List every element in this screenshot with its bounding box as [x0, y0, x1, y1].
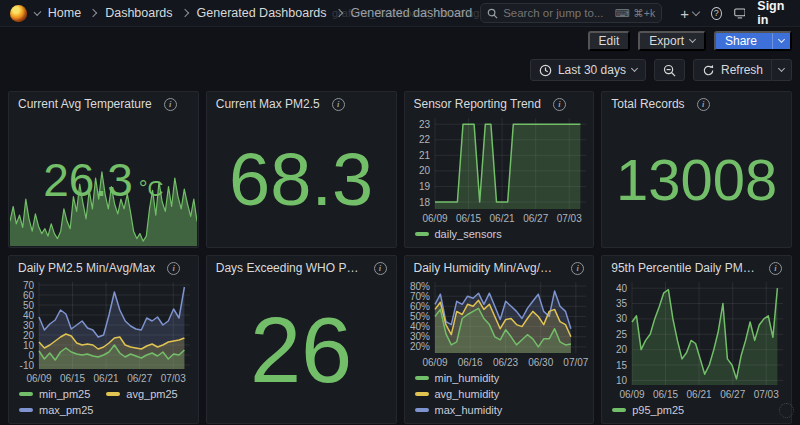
legend-swatch [19, 408, 33, 412]
keyboard-icon: ⌨ [615, 7, 630, 19]
legend-swatch [415, 392, 429, 396]
svg-text:06/15: 06/15 [653, 389, 678, 400]
zoom-out-icon [663, 64, 676, 77]
legend-item-daily_sensors[interactable]: daily_sensors [415, 227, 502, 241]
dashboard-actions-row: Edit Export Share [0, 27, 800, 55]
sign-in-button[interactable]: Sign in [757, 0, 790, 27]
panel-title[interactable]: Current Max PM2.5 [216, 97, 320, 111]
info-icon[interactable] [167, 262, 180, 275]
search-box[interactable]: ⌨ ⌘+k [480, 3, 662, 23]
grafana-logo[interactable] [10, 5, 27, 22]
panel-title[interactable]: Days Exceeding WHO PM2.5 Thr... [216, 261, 362, 275]
panel-title[interactable]: Daily PM2.5 Min/Avg/Max [18, 261, 155, 275]
panel-title[interactable]: Total Records [611, 97, 684, 111]
svg-text:06/21: 06/21 [687, 389, 712, 400]
breadcrumb-separator-icon [89, 9, 97, 17]
svg-text:23: 23 [418, 119, 430, 130]
legend-item-min_humidity[interactable]: min_humidity [415, 371, 500, 385]
panel-title[interactable]: Sensor Reporting Trend [414, 97, 541, 111]
stat-value: 26.3 [43, 157, 133, 203]
svg-text:30: 30 [616, 313, 628, 324]
plus-icon: + [680, 6, 689, 21]
svg-text:10: 10 [616, 375, 628, 386]
info-icon[interactable] [697, 98, 710, 111]
svg-text:06/27: 06/27 [720, 389, 745, 400]
legend-swatch [106, 392, 120, 396]
panel-title[interactable]: Daily Humidity Min/Avg/Max [414, 261, 560, 275]
svg-text:18: 18 [418, 197, 430, 208]
edit-button[interactable]: Edit [588, 31, 631, 51]
info-icon[interactable] [553, 98, 566, 111]
chart-legend: daily_sensors [405, 225, 594, 247]
search-input[interactable] [503, 7, 610, 19]
legend-item-min_pm25[interactable]: min_pm25 [19, 387, 90, 401]
panel-title[interactable]: Current Avg Temperature [18, 97, 152, 111]
info-icon[interactable] [374, 262, 387, 275]
share-button[interactable]: Share [714, 31, 792, 51]
svg-text:06/30: 06/30 [528, 357, 553, 368]
stat-value: 13008 [616, 151, 777, 209]
svg-text:25: 25 [616, 329, 628, 340]
breadcrumb-generated-dashboards[interactable]: Generated Dashboards [197, 6, 327, 20]
legend-item-avg_humidity[interactable]: avg_humidity [415, 387, 500, 401]
breadcrumb-dashboards[interactable]: Dashboards [105, 6, 172, 20]
svg-text:06/09: 06/09 [422, 357, 447, 368]
svg-text:20: 20 [418, 165, 430, 176]
org-switcher-chevron-icon[interactable] [34, 8, 42, 16]
legend-swatch [415, 408, 429, 412]
search-shortcut: ⌨ ⌘+k [615, 7, 655, 19]
legend-item-max_pm25[interactable]: max_pm25 [19, 403, 93, 417]
news-monitor-icon[interactable] [734, 7, 746, 20]
svg-text:20: 20 [616, 344, 628, 355]
breadcrumb: Home Dashboards Generated Dashboards Gen… [48, 6, 472, 20]
recording-indicator-icon [779, 403, 794, 418]
svg-text:15: 15 [616, 360, 628, 371]
svg-text:06/21: 06/21 [489, 213, 514, 224]
refresh-control: Refresh [693, 59, 792, 81]
panel-95th-percentile-daily-pm25: 95th Percentile Daily PM2.5 403530252015… [601, 255, 792, 424]
stat-value: 68.3 [229, 143, 373, 217]
export-button[interactable]: Export [638, 31, 706, 51]
breadcrumb-current-dashboard[interactable]: Generated dashboard [351, 6, 473, 20]
legend-swatch [415, 232, 429, 236]
svg-text:07/03: 07/03 [754, 389, 779, 400]
panel-current-max-pm25: Current Max PM2.5 68.3 [206, 91, 397, 248]
svg-text:06/27: 06/27 [127, 373, 152, 384]
time-controls-row: Last 30 days Refresh [0, 55, 800, 85]
svg-text:22: 22 [418, 134, 430, 145]
breadcrumb-separator-icon [180, 9, 188, 17]
info-icon[interactable] [769, 262, 782, 275]
time-series-chart[interactable]: 23222120191806/0906/1506/2106/2707/03 [405, 113, 594, 225]
dashboard-grid: Current Avg Temperature 26.3 °C Current … [8, 91, 792, 424]
chevron-down-icon [778, 65, 785, 72]
help-icon[interactable]: ? [711, 7, 722, 20]
svg-text:06/09: 06/09 [26, 373, 51, 384]
stat-unit: °C [139, 178, 164, 200]
breadcrumb-home[interactable]: Home [48, 6, 81, 20]
legend-item-max_humidity[interactable]: max_humidity [415, 403, 503, 417]
info-icon[interactable] [332, 98, 345, 111]
legend-item-p95_pm25[interactable]: p95_pm25 [612, 403, 684, 417]
zoom-out-button[interactable] [654, 59, 685, 81]
time-series-chart[interactable]: 4035302520151006/0906/1506/2106/2707/03 [602, 277, 791, 401]
refresh-interval-dropdown[interactable] [772, 59, 792, 81]
chart-legend: p95_pm25 [602, 401, 791, 423]
refresh-button[interactable]: Refresh [693, 59, 772, 81]
chevron-down-icon [778, 36, 785, 43]
chevron-down-icon [692, 7, 700, 15]
share-dropdown-button[interactable] [772, 33, 790, 49]
add-new-button[interactable]: + [680, 6, 699, 21]
time-series-chart[interactable]: 80%70%60%50%40%30%20%06/0906/1606/2306/3… [405, 277, 594, 369]
legend-swatch [19, 392, 33, 396]
time-range-picker[interactable]: Last 30 days [530, 59, 646, 81]
search-icon [487, 8, 498, 19]
time-series-chart[interactable]: 706050403020100-1006/0906/1506/2106/2707… [9, 277, 198, 385]
svg-text:-10: -10 [20, 360, 35, 371]
svg-text:07/03: 07/03 [556, 213, 581, 224]
breadcrumb-separator-icon [334, 9, 342, 17]
info-icon[interactable] [164, 98, 177, 111]
legend-item-avg_pm25[interactable]: avg_pm25 [106, 387, 177, 401]
panel-title[interactable]: 95th Percentile Daily PM2.5 [611, 261, 757, 275]
info-icon[interactable] [571, 262, 584, 275]
stat-value: 26 [250, 304, 352, 396]
